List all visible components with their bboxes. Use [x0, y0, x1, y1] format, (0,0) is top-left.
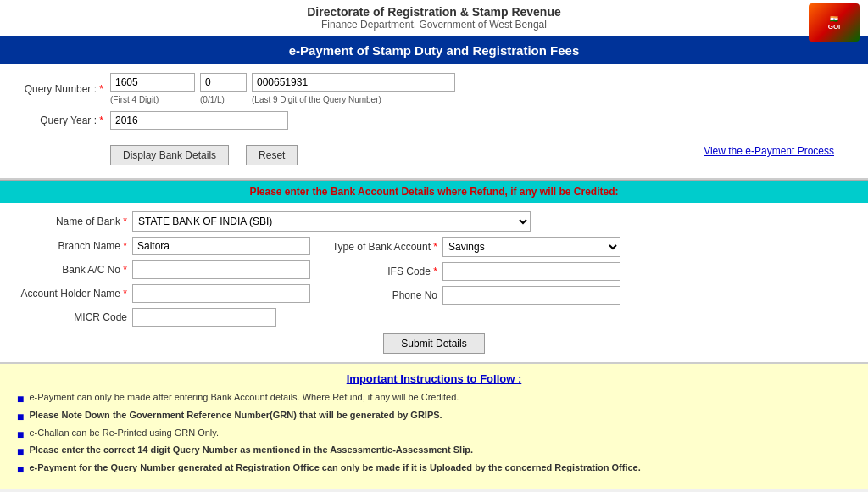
button-row: Display Bank Details Reset View the e-Pa… — [17, 137, 851, 165]
account-type-label: Type of Bank Account * — [327, 241, 437, 253]
instruction-text-2: Please Note Down the Government Referenc… — [29, 410, 442, 420]
query-field1[interactable] — [110, 73, 195, 92]
ifs-input[interactable] — [442, 262, 620, 281]
query-hint1: (First 4 Digit) — [110, 95, 195, 104]
bullet-4: ■ — [17, 444, 24, 459]
query-col-1: (First 4 Digit) — [110, 73, 195, 104]
query-field2[interactable] — [200, 73, 247, 92]
bank-ac-label: Bank A/C No * — [17, 264, 127, 276]
instruction-item-4: ■ Please enter the correct 14 digit Quer… — [17, 444, 851, 459]
bank-form-section: Name of Bank * STATE BANK OF INDIA (SBI)… — [0, 203, 868, 364]
instruction-text-4: Please enter the correct 14 digit Query … — [29, 444, 473, 455]
bank-left-col: Branch Name * Bank A/C No * Account Hold… — [17, 237, 310, 327]
micr-input[interactable] — [132, 308, 276, 327]
bullet-2: ■ — [17, 410, 24, 424]
bullet-1: ■ — [17, 392, 24, 406]
micr-label: MICR Code — [17, 311, 127, 323]
instruction-item-3: ■ e-Challan can be Re-Printed using GRN … — [17, 428, 851, 442]
account-type-row: Type of Bank Account * Savings Current — [327, 237, 620, 257]
query-inputs: (First 4 Digit) (0/1/L) (Last 9 Digit of… — [110, 73, 455, 104]
bullet-3: ■ — [17, 428, 24, 442]
view-epayment-link[interactable]: View the e-Payment Process — [704, 145, 834, 157]
header-subtitle: Finance Department, Government of West B… — [307, 19, 561, 31]
account-type-select[interactable]: Savings Current — [442, 237, 620, 257]
instruction-text-3: e-Challan can be Re-Printed using GRN On… — [29, 428, 219, 438]
phone-label: Phone No — [327, 289, 437, 301]
instructions-title: Important Instructions to Follow : — [17, 372, 851, 385]
query-hint2: (0/1/L) — [200, 95, 247, 104]
submit-button[interactable]: Submit Details — [383, 333, 484, 354]
query-field3[interactable] — [252, 73, 455, 92]
query-year-row: Query Year : * — [17, 111, 851, 130]
instruction-item-1: ■ e-Payment can only be made after enter… — [17, 392, 851, 406]
instruction-text-5: e-Payment for the Query Number generated… — [29, 462, 640, 472]
bank-ac-input[interactable] — [132, 260, 310, 279]
query-hint3: (Last 9 Digit of the Query Number) — [252, 95, 455, 104]
reset-button[interactable]: Reset — [246, 145, 298, 165]
header-logo: 🇮🇳GOI — [809, 3, 860, 42]
logo-text: 🇮🇳GOI — [828, 15, 841, 31]
account-holder-row: Account Holder Name * — [17, 284, 310, 303]
query-number-required: * — [99, 83, 103, 95]
main-banner: e-Payment of Stamp Duty and Registration… — [0, 36, 868, 64]
instruction-item-5: ■ e-Payment for the Query Number generat… — [17, 462, 851, 477]
micr-row: MICR Code — [17, 308, 310, 327]
branch-name-row: Branch Name * — [17, 237, 310, 255]
query-year-required: * — [99, 115, 103, 126]
bank-details-banner: Please enter the Bank Account Details wh… — [0, 180, 868, 203]
header-title: Directorate of Registration & Stamp Reve… — [307, 5, 561, 19]
instruction-item-2: ■ Please Note Down the Government Refere… — [17, 410, 851, 424]
btn-group: Display Bank Details Reset — [110, 145, 298, 165]
bank-form-grid: Branch Name * Bank A/C No * Account Hold… — [17, 237, 851, 327]
branch-name-label: Branch Name * — [17, 240, 127, 252]
query-col-2: (0/1/L) — [200, 73, 247, 104]
account-holder-input[interactable] — [132, 284, 310, 303]
instructions-section: Important Instructions to Follow : ■ e-P… — [0, 364, 868, 489]
display-bank-button[interactable]: Display Bank Details — [110, 145, 229, 165]
submit-row: Submit Details — [17, 333, 851, 354]
bank-name-label: Name of Bank * — [17, 215, 127, 227]
query-number-label: Query Number : * — [17, 83, 110, 95]
header-text: Directorate of Registration & Stamp Reve… — [307, 5, 561, 31]
phone-input[interactable] — [442, 286, 620, 305]
bank-right-col: Type of Bank Account * Savings Current I… — [327, 237, 620, 327]
bank-name-select[interactable]: STATE BANK OF INDIA (SBI) — [132, 211, 531, 232]
account-holder-label: Account Holder Name * — [17, 288, 127, 299]
instruction-text-1: e-Payment can only be made after enterin… — [29, 392, 459, 402]
query-year-field[interactable] — [110, 111, 288, 130]
query-col-3: (Last 9 Digit of the Query Number) — [252, 73, 455, 104]
phone-row: Phone No — [327, 286, 620, 305]
ifs-row: IFS Code * — [327, 262, 620, 281]
bank-name-row: Name of Bank * STATE BANK OF INDIA (SBI) — [17, 211, 851, 232]
branch-name-input[interactable] — [132, 237, 310, 255]
query-form-section: Query Number : * (First 4 Digit) (0/1/L)… — [0, 64, 868, 180]
query-number-row: Query Number : * (First 4 Digit) (0/1/L)… — [17, 73, 851, 104]
query-year-label: Query Year : * — [17, 115, 110, 126]
bank-ac-row: Bank A/C No * — [17, 260, 310, 279]
header: Directorate of Registration & Stamp Reve… — [0, 0, 868, 36]
ifs-label: IFS Code * — [327, 266, 437, 277]
bullet-5: ■ — [17, 462, 24, 477]
